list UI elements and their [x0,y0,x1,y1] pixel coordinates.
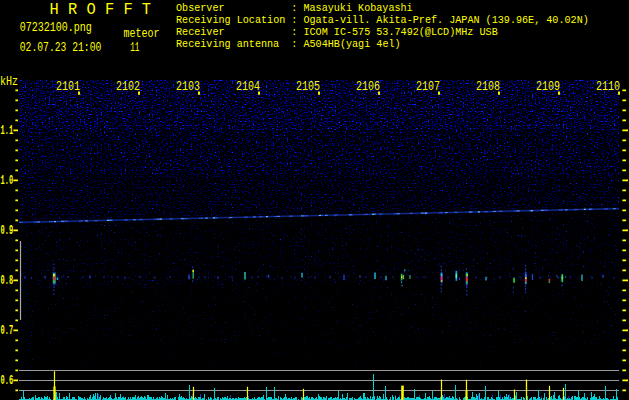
svg-text:0.7: 0.7 [1,323,14,338]
svg-text:2110: 2110 [596,80,620,94]
svg-text:2105: 2105 [296,80,320,94]
svg-text:11: 11 [130,41,139,55]
svg-text:0.9: 0.9 [1,223,14,238]
svg-text:2101: 2101 [56,80,80,94]
svg-text:2104: 2104 [236,80,260,94]
svg-text:07232100.png: 07232100.png [20,21,92,35]
svg-text:Receiving antenna : A504HB(ya: Receiving antenna : A504HB(yagi 4el) [176,38,401,50]
svg-text:2106: 2106 [356,80,380,94]
svg-text:02.07.23 21:00: 02.07.23 21:00 [20,41,102,55]
svg-text:1.0: 1.0 [1,173,14,188]
svg-text:0.6: 0.6 [1,373,14,388]
svg-text:H R O F F T: H R O F F T [50,1,152,19]
svg-text:Observer : Masayuki: Observer : Masayuki Kobayashi [176,2,413,14]
svg-text:2103: 2103 [176,80,200,94]
svg-text:0.8: 0.8 [1,273,14,288]
svg-text:meteor: meteor [124,27,160,41]
svg-text:2108: 2108 [476,80,500,94]
svg-text:2102: 2102 [116,80,140,94]
svg-text:2109: 2109 [536,80,560,94]
svg-text:Receiving Location : Ogata-vil: Receiving Location : Ogata-vill. Akita-P… [176,14,589,26]
svg-text:kHz: kHz [0,75,18,89]
svg-text:1.1: 1.1 [1,123,14,138]
svg-text:Receiver : ICOM IC-5: Receiver : ICOM IC-575 53.7492(@LCD)MHz … [176,26,498,38]
svg-text:2107: 2107 [416,80,440,94]
